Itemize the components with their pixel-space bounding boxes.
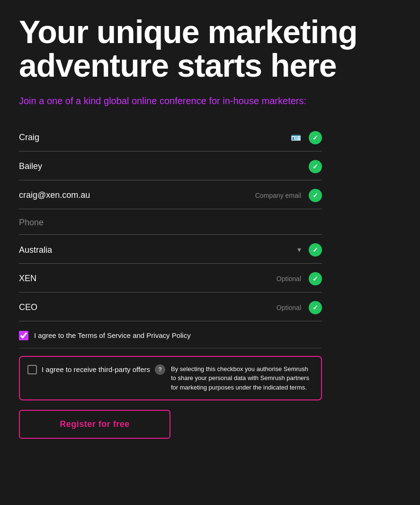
company-check-badge: ✓: [309, 272, 322, 285]
third-party-label: I agree to receive third-party offers: [42, 365, 150, 373]
country-field: Australia United States United Kingdom C…: [19, 237, 322, 264]
company-input[interactable]: [19, 274, 277, 284]
country-select[interactable]: Australia United States United Kingdom C…: [19, 245, 297, 255]
registration-form: 🪪 ✓ ✓ Company email ✓ Australia United S…: [19, 124, 322, 439]
first-name-input[interactable]: [19, 133, 291, 142]
email-input[interactable]: [19, 190, 255, 200]
last-name-field: ✓: [19, 153, 322, 180]
register-button[interactable]: Register for free: [19, 410, 170, 439]
third-party-tooltip: By selecting this checkbox you authorise…: [171, 364, 313, 392]
help-icon[interactable]: ?: [155, 364, 165, 375]
id-icon: 🪪: [291, 133, 301, 143]
terms-label: I agree to the Terms of Service and Priv…: [34, 331, 191, 339]
third-party-section: I agree to receive third-party offers ? …: [19, 356, 322, 401]
country-check-badge: ✓: [309, 243, 322, 257]
country-chevron-icon: ▾: [297, 245, 301, 254]
first-name-field: 🪪 ✓: [19, 124, 322, 151]
page-title: Your unique marketing adventure starts h…: [19, 15, 401, 83]
terms-checkbox[interactable]: [19, 331, 28, 340]
job-hint: Optional: [277, 304, 301, 311]
job-title-field: Optional ✓: [19, 294, 322, 321]
last-name-check-badge: ✓: [309, 160, 322, 173]
page-subtitle: Join a one of a kind global online confe…: [19, 94, 401, 107]
company-field: Optional ✓: [19, 266, 322, 292]
job-title-input[interactable]: [19, 302, 277, 312]
terms-checkbox-row: I agree to the Terms of Service and Priv…: [19, 323, 322, 348]
third-party-checkbox[interactable]: [27, 365, 37, 374]
page-container: Your unique marketing adventure starts h…: [0, 0, 420, 458]
phone-input[interactable]: [19, 218, 322, 228]
email-hint: Company email: [255, 192, 301, 199]
email-field: Company email ✓: [19, 182, 322, 209]
country-select-wrapper: Australia United States United Kingdom C…: [19, 245, 305, 255]
job-check-badge: ✓: [309, 301, 322, 314]
phone-field: [19, 211, 322, 235]
company-hint: Optional: [277, 275, 301, 283]
email-check-badge: ✓: [309, 189, 322, 202]
first-name-check-badge: ✓: [309, 131, 322, 144]
third-party-left: I agree to receive third-party offers ?: [27, 364, 165, 375]
last-name-input[interactable]: [19, 161, 305, 171]
